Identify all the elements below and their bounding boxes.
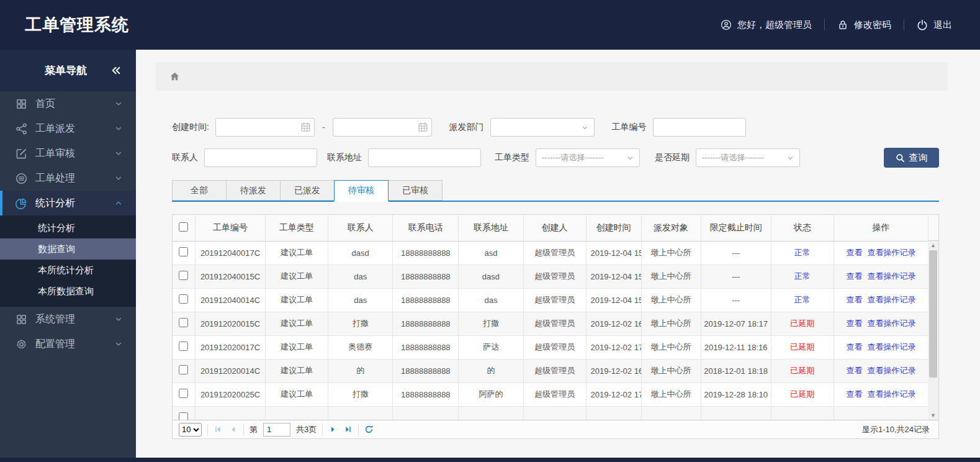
scroll-down-arrow-icon[interactable]: ▼ xyxy=(928,411,938,420)
cell-creator: 超级管理员 xyxy=(523,312,586,335)
dispatch-dept-select[interactable] xyxy=(490,118,595,137)
scrollbar-track[interactable]: ▲ ▼ xyxy=(928,241,938,420)
sidebar-item-配置管理[interactable]: 配置管理 xyxy=(0,332,136,356)
calendar-icon[interactable] xyxy=(418,122,428,132)
work-order-table: 工单编号工单类型联系人联系电话联系地址创建人创建时间派发对象限定截止时间状态操作… xyxy=(173,215,928,420)
submenu-item-数据查询[interactable]: 数据查询 xyxy=(0,238,136,260)
select-all-checkbox[interactable] xyxy=(179,222,188,232)
created-time-end-field xyxy=(333,118,432,137)
search-button[interactable]: 查询 xyxy=(884,148,939,168)
collapse-sidebar-icon[interactable] xyxy=(110,65,121,76)
view-log-link[interactable]: 查看操作记录 xyxy=(867,366,915,375)
scrollbar-thumb[interactable] xyxy=(929,250,937,378)
cell-creator: 超级管理员 xyxy=(523,335,586,359)
table-body: 201912040017C建议工单dasd18888888888asd超级管理员… xyxy=(173,241,928,420)
view-link[interactable]: 查看 xyxy=(846,389,862,399)
cell-target: 墩上中心所 xyxy=(641,265,701,288)
user-greeting[interactable]: 您好，超级管理员 xyxy=(721,19,812,31)
cell-actions: 查看查看操作记录 xyxy=(834,265,928,288)
row-checkbox[interactable] xyxy=(179,389,188,398)
page-size-select[interactable]: 10 xyxy=(179,423,202,437)
row-checkbox[interactable] xyxy=(179,365,188,374)
prev-page-button[interactable] xyxy=(228,425,238,434)
change-password-button[interactable]: 修改密码 xyxy=(837,19,891,31)
created-time-start-input[interactable] xyxy=(215,118,315,137)
tab-已派发[interactable]: 已派发 xyxy=(280,180,335,201)
view-log-link[interactable]: 查看操作记录 xyxy=(867,319,915,328)
first-page-button[interactable] xyxy=(214,425,223,434)
cell-type: 建议工单 xyxy=(266,265,328,288)
column-header-创建时间: 创建时间 xyxy=(586,215,641,241)
submenu-item-本所数据查询[interactable]: 本所数据查询 xyxy=(0,281,136,302)
submenu-item-统计分析[interactable]: 统计分析 xyxy=(0,217,136,238)
view-log-link[interactable]: 查看操作记录 xyxy=(867,248,915,257)
share-icon xyxy=(16,123,27,135)
view-link[interactable]: 查看 xyxy=(846,295,862,304)
sidebar-item-统计分析[interactable]: 统计分析 xyxy=(0,191,136,215)
user-icon xyxy=(721,19,732,30)
cell-type: 建议工单 xyxy=(266,241,328,265)
row-checkbox[interactable] xyxy=(179,271,188,280)
view-link[interactable]: 查看 xyxy=(846,248,862,257)
sidebar-item-工单派发[interactable]: 工单派发 xyxy=(0,116,136,141)
tab-已审核[interactable]: 已审核 xyxy=(388,180,443,201)
view-log-link[interactable]: 查看操作记录 xyxy=(867,271,915,281)
cell-contact: 打撒 xyxy=(328,383,393,406)
view-log-link[interactable]: 查看操作记录 xyxy=(867,342,915,351)
view-link[interactable]: 查看 xyxy=(846,319,862,328)
tab-待审核[interactable]: 待审核 xyxy=(334,180,389,202)
chevron-down-icon xyxy=(627,155,634,161)
submenu-item-本所统计分析[interactable]: 本所统计分析 xyxy=(0,260,136,281)
cell-empty xyxy=(523,406,586,420)
sidebar-item-工单处理[interactable]: 工单处理 xyxy=(0,166,136,191)
sidebar-item-label: 统计分析 xyxy=(35,197,75,210)
submenu: 统计分析数据查询本所统计分析本所数据查询 xyxy=(0,215,136,307)
topbar-right: 您好，超级管理员 修改密码 退出 xyxy=(721,19,952,31)
refresh-button[interactable] xyxy=(364,425,374,434)
row-checkbox[interactable] xyxy=(179,412,188,420)
tab-全部[interactable]: 全部 xyxy=(172,180,227,201)
cell-type: 建议工单 xyxy=(266,335,328,359)
contact-input[interactable] xyxy=(204,148,317,167)
sidebar-item-首页[interactable]: 首页 xyxy=(0,91,136,116)
sidebar-item-系统管理[interactable]: 系统管理 xyxy=(0,307,136,332)
next-page-button[interactable] xyxy=(328,425,338,434)
cell-empty xyxy=(266,406,328,420)
order-type-select[interactable]: -------请选择------- xyxy=(536,148,640,167)
column-header-状态: 状态 xyxy=(771,215,834,241)
scroll-up-arrow-icon[interactable]: ▲ xyxy=(928,241,938,250)
view-link[interactable]: 查看 xyxy=(846,342,862,351)
sidebar-item-工单审核[interactable]: 工单审核 xyxy=(0,141,136,166)
cell-phone: 18888888888 xyxy=(393,288,459,312)
cell-actions: 查看查看操作记录 xyxy=(834,359,928,383)
power-icon xyxy=(917,19,928,30)
cell-actions: 查看查看操作记录 xyxy=(834,288,928,312)
logout-button[interactable]: 退出 xyxy=(917,19,952,31)
pagination-bar: 10 第 共3页 显示1-10,共24记录 xyxy=(173,420,938,438)
calendar-icon[interactable] xyxy=(300,122,311,132)
app-title: 工单管理系统 xyxy=(25,14,129,36)
view-log-link[interactable]: 查看操作记录 xyxy=(867,295,915,304)
table-row: 201912020015C建议工单打撒18888888888打撒超级管理员201… xyxy=(173,312,928,335)
created-time-start-field xyxy=(215,118,315,137)
cell-empty xyxy=(771,406,834,420)
cell-address: 的 xyxy=(459,359,523,383)
view-log-link[interactable]: 查看操作记录 xyxy=(867,389,915,399)
delay-select[interactable]: -------请选择------- xyxy=(696,148,800,167)
created-time-end-input[interactable] xyxy=(333,118,432,137)
pie-chart-icon xyxy=(16,197,27,209)
address-input[interactable] xyxy=(368,148,481,167)
home-icon[interactable] xyxy=(169,71,181,83)
tab-待派发[interactable]: 待派发 xyxy=(226,180,281,201)
view-link[interactable]: 查看 xyxy=(846,271,862,281)
row-checkbox[interactable] xyxy=(179,318,188,327)
row-checkbox[interactable] xyxy=(179,247,188,256)
chevron-down-icon xyxy=(115,125,122,132)
order-no-input[interactable] xyxy=(653,118,746,137)
last-page-button[interactable] xyxy=(343,425,353,434)
view-link[interactable]: 查看 xyxy=(846,366,862,375)
cell-empty xyxy=(641,406,701,420)
row-checkbox[interactable] xyxy=(179,294,188,304)
current-page-input[interactable] xyxy=(263,423,290,437)
row-checkbox[interactable] xyxy=(179,342,188,351)
